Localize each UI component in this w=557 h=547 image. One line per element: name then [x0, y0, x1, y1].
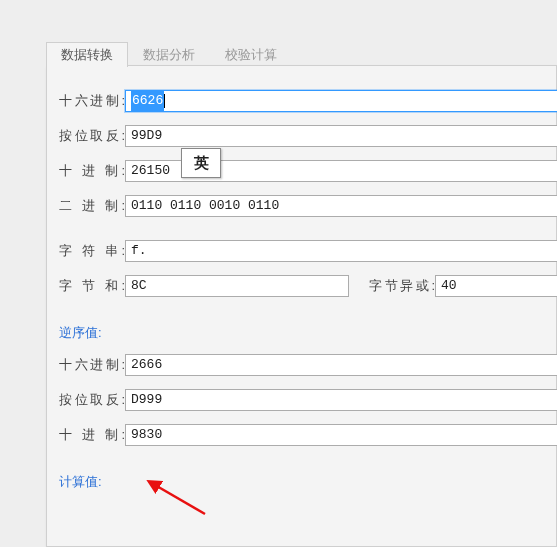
window-stage: 数据转换 数据分析 校验计算 十六进制: 6626 按位取反: 99D9 十 进… — [0, 0, 557, 547]
label-bytexor: 字节异或: — [369, 277, 435, 295]
ime-indicator-text: 英 — [194, 154, 209, 173]
tab-bar: 数据转换 数据分析 校验计算 — [46, 42, 292, 67]
label-rev-bitinvert: 按位取反: — [59, 391, 125, 409]
row-dec: 十 进 制: 26150 — [59, 158, 556, 184]
text-caret — [164, 94, 165, 108]
input-bin[interactable]: 0110 0110 0010 0110 — [125, 195, 557, 217]
ime-indicator: 英 — [181, 148, 221, 178]
form-content: 十六进制: 6626 按位取反: 99D9 十 进 制: 26150 二 进 制… — [59, 88, 556, 546]
row-bitinvert: 按位取反: 99D9 — [59, 123, 556, 149]
label-str: 字 符 串: — [59, 242, 125, 260]
tab-data-convert[interactable]: 数据转换 — [46, 42, 128, 67]
label-rev-hex: 十六进制: — [59, 356, 125, 374]
row-rev-hex: 十六进制: 2666 — [59, 352, 556, 378]
row-hex: 十六进制: 6626 — [59, 88, 556, 114]
input-hex-selection: 6626 — [131, 91, 164, 111]
row-bin: 二 进 制: 0110 0110 0010 0110 — [59, 193, 556, 219]
input-bitinvert[interactable]: 99D9 — [125, 125, 557, 147]
label-rev-dec: 十 进 制: — [59, 426, 125, 444]
input-str[interactable]: f. — [125, 240, 557, 262]
section-reverse-title: 逆序值: — [59, 324, 556, 342]
label-dec: 十 进 制: — [59, 162, 125, 180]
tab-check-calc[interactable]: 校验计算 — [210, 42, 292, 67]
tab-panel: 十六进制: 6626 按位取反: 99D9 十 进 制: 26150 二 进 制… — [46, 65, 557, 547]
row-bytesum: 字 节 和: 8C 字节异或: 40 — [59, 273, 556, 299]
row-rev-bitinvert: 按位取反: D999 — [59, 387, 556, 413]
input-rev-bitinvert[interactable]: D999 — [125, 389, 557, 411]
label-bytesum: 字 节 和: — [59, 277, 125, 295]
section-calc-title: 计算值: — [59, 473, 556, 491]
input-bytexor[interactable]: 40 — [435, 275, 557, 297]
tab-data-analysis[interactable]: 数据分析 — [128, 42, 210, 67]
row-str: 字 符 串: f. — [59, 238, 556, 264]
input-rev-dec[interactable]: 9830 — [125, 424, 557, 446]
label-hex: 十六进制: — [59, 92, 125, 110]
input-rev-hex[interactable]: 2666 — [125, 354, 557, 376]
row-rev-dec: 十 进 制: 9830 — [59, 422, 556, 448]
input-bytesum[interactable]: 8C — [125, 275, 349, 297]
label-bin: 二 进 制: — [59, 197, 125, 215]
label-bitinvert: 按位取反: — [59, 127, 125, 145]
input-hex[interactable]: 6626 — [125, 90, 557, 112]
